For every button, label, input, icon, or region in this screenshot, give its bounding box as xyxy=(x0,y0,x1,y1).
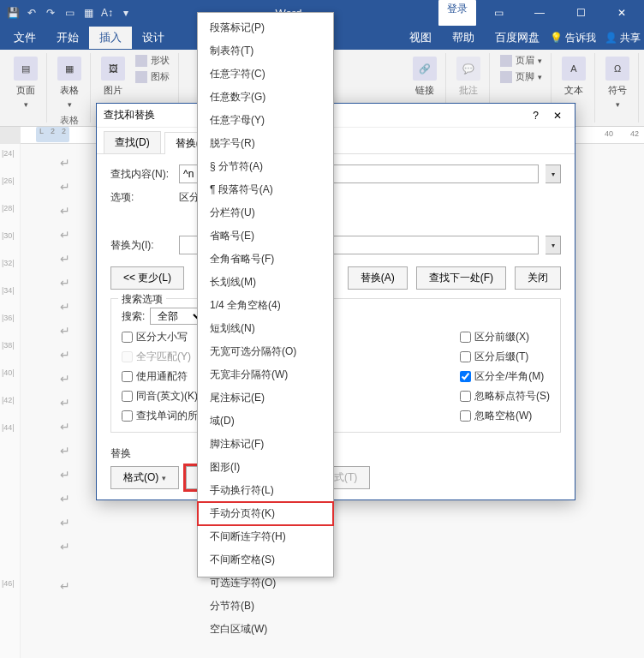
menu-caret[interactable]: 脱字号(R) xyxy=(198,132,333,155)
menu-graphic[interactable]: 图形(I) xyxy=(198,456,333,479)
whole-word-checkbox[interactable]: 全字匹配(Y) xyxy=(122,350,198,364)
page-button[interactable]: ▤ 页面 ▾ xyxy=(10,53,41,112)
menu-any-char[interactable]: 任意字符(C) xyxy=(198,63,333,86)
share-button[interactable]: 👤共享 xyxy=(605,31,641,45)
link-button[interactable]: 🔗 链接 xyxy=(409,53,440,100)
word-forms-checkbox[interactable]: 查找单词的所 xyxy=(122,409,198,423)
menu-column-break[interactable]: 分栏符(U) xyxy=(198,201,333,224)
menu-ellipsis[interactable]: 省略号(E) xyxy=(198,224,333,248)
comment-button[interactable]: 💬 批注 xyxy=(453,53,484,100)
menu-nonbreak-space[interactable]: 不间断空格(S) xyxy=(198,548,333,571)
qat-icon-4[interactable]: ▭ xyxy=(63,7,75,19)
image-icon: 🖼 xyxy=(101,57,125,81)
format-button[interactable]: 格式(O) ▾ xyxy=(110,466,179,489)
menu-any-digit[interactable]: 任意数字(G) xyxy=(198,86,333,109)
footer-icon xyxy=(500,71,512,83)
tell-me[interactable]: 💡告诉我 xyxy=(550,31,596,45)
menu-full-ellipsis[interactable]: 全角省略号(F) xyxy=(198,248,333,271)
qat-icon-5[interactable]: ▦ xyxy=(82,7,94,19)
touch-mode-icon[interactable]: A↕ xyxy=(101,7,113,19)
tab-view[interactable]: 视图 xyxy=(399,27,442,49)
ignore-punct-checkbox[interactable]: 忽略标点符号(S) xyxy=(460,389,550,404)
dialog-titlebar[interactable]: 查找和替换 ? ✕ xyxy=(97,104,575,128)
paragraph-mark-icon: ↵ xyxy=(60,540,70,553)
share-icon: 👤 xyxy=(605,32,617,44)
qat-dropdown-icon[interactable]: ▾ xyxy=(120,7,132,19)
group-page: ▤ 页面 ▾ xyxy=(5,53,47,123)
wildcards-checkbox[interactable]: 使用通配符 xyxy=(122,369,198,384)
minimize-icon[interactable]: — xyxy=(521,0,558,26)
options-label: 选项: xyxy=(110,190,172,205)
menu-nonbreak-hyphen[interactable]: 不间断连字符(H) xyxy=(198,525,333,548)
table-icon: ▦ xyxy=(57,57,81,81)
menu-nowidth-nonbreak[interactable]: 无宽非分隔符(W) xyxy=(198,363,333,386)
sounds-like-checkbox[interactable]: 同音(英文)(K) xyxy=(122,389,198,404)
save-icon[interactable]: 💾 xyxy=(7,7,19,19)
icons-icon xyxy=(135,71,147,83)
replace-all-button[interactable]: 替换(A) xyxy=(348,266,408,290)
menu-paragraph-mark[interactable]: 段落标记(P) xyxy=(198,16,333,39)
dialog-title-text: 查找和替换 xyxy=(104,108,155,123)
tab-baidu[interactable]: 百度网盘 xyxy=(485,27,550,49)
icons-button[interactable]: 图标 xyxy=(132,69,173,84)
menu-any-letter[interactable]: 任意字母(Y) xyxy=(198,109,333,132)
tab-home[interactable]: 开始 xyxy=(46,27,89,49)
prefix-checkbox[interactable]: 区分前缀(X) xyxy=(460,330,550,344)
find-history-dropdown-icon[interactable]: ▾ xyxy=(546,164,561,183)
menu-optional-hyphen[interactable]: 可选连字符(O) xyxy=(198,571,333,595)
dialog-close-icon[interactable]: ✕ xyxy=(547,110,568,122)
paragraph-mark-icon: ↵ xyxy=(60,252,70,266)
shapes-button[interactable]: 形状 xyxy=(132,53,173,68)
dialog-tabs: 查找(D) 替换(P) xyxy=(97,128,575,154)
close-icon[interactable]: ✕ xyxy=(603,0,641,26)
tab-help[interactable]: 帮助 xyxy=(442,27,485,49)
tab-find[interactable]: 查找(D) xyxy=(104,131,161,153)
close-button[interactable]: 关闭 xyxy=(515,266,561,290)
tab-file[interactable]: 文件 xyxy=(3,27,46,49)
menu-quarter-em[interactable]: 1/4 全角空格(4) xyxy=(198,294,333,317)
replace-history-dropdown-icon[interactable]: ▾ xyxy=(546,236,561,254)
menu-pilcrow[interactable]: ¶ 段落符号(A) xyxy=(198,178,333,201)
symbols-button[interactable]: Ω 符号 ▾ xyxy=(602,53,633,112)
search-options-title: 搜索选项 xyxy=(118,292,166,307)
footer-button[interactable]: 页脚▾ xyxy=(497,69,546,84)
paragraph-mark-icon: ↵ xyxy=(60,492,70,505)
undo-icon[interactable]: ↶ xyxy=(26,7,38,19)
menu-en-dash[interactable]: 短划线(N) xyxy=(198,317,333,340)
maximize-icon[interactable]: ☐ xyxy=(562,0,599,26)
menu-section-break[interactable]: 分节符(B) xyxy=(198,595,333,618)
image-button[interactable]: 🖼 图片 xyxy=(98,53,128,100)
vertical-ruler[interactable]: |24| |26| |28| |30| |32| |34| |36| |38| … xyxy=(0,144,21,658)
comment-icon: 💬 xyxy=(456,57,480,81)
tab-design[interactable]: 设计 xyxy=(132,27,175,49)
login-button[interactable]: 登录 xyxy=(438,0,476,26)
help-icon[interactable]: ? xyxy=(533,110,539,122)
suffix-checkbox[interactable]: 区分后缀(T) xyxy=(460,350,550,364)
menu-section-char[interactable]: § 分节符(A) xyxy=(198,155,333,178)
shapes-icons-mini: 形状 图标 xyxy=(132,53,173,100)
menu-em-dash[interactable]: 长划线(M) xyxy=(198,271,333,294)
ignore-whitespace-checkbox[interactable]: 忽略空格(W) xyxy=(460,409,550,423)
ribbon-options-icon[interactable]: ▭ xyxy=(480,0,517,26)
menu-field[interactable]: 域(D) xyxy=(198,410,333,433)
table-button[interactable]: ▦ 表格 ▾ xyxy=(54,53,85,112)
find-next-button[interactable]: 查找下一处(F) xyxy=(416,266,506,290)
menu-manual-line-break[interactable]: 手动换行符(L) xyxy=(198,479,333,502)
menu-manual-page-break[interactable]: 手动分页符(K) xyxy=(198,502,333,525)
tab-stop-icon: L xyxy=(39,127,44,142)
menu-white-space[interactable]: 空白区域(W) xyxy=(198,618,333,641)
menu-nowidth-optional[interactable]: 无宽可选分隔符(O) xyxy=(198,340,333,363)
less-button[interactable]: << 更少(L) xyxy=(110,266,184,290)
redo-icon[interactable]: ↷ xyxy=(45,7,57,19)
menu-tab-char[interactable]: 制表符(T) xyxy=(198,39,333,63)
menu-endnote-mark[interactable]: 尾注标记(E) xyxy=(198,386,333,410)
menu-footnote-mark[interactable]: 脚注标记(F) xyxy=(198,433,333,456)
tab-insert[interactable]: 插入 xyxy=(89,27,132,49)
link-icon: 🔗 xyxy=(413,57,437,81)
page-icon: ▤ xyxy=(14,57,38,81)
fullwidth-checkbox[interactable]: 区分全/半角(M) xyxy=(460,369,550,384)
chevron-down-icon: ▾ xyxy=(68,100,72,109)
header-button[interactable]: 页眉▾ xyxy=(497,53,546,68)
match-case-checkbox[interactable]: 区分大小写 xyxy=(122,330,198,344)
replace-label: 替换为(I): xyxy=(110,238,172,253)
